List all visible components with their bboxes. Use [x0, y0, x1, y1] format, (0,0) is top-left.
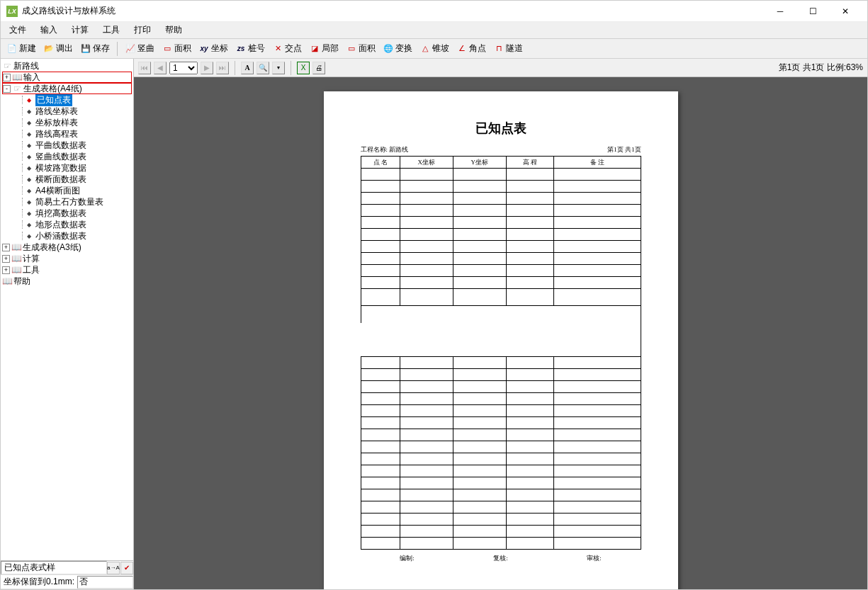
tree-简易土石方数量表[interactable]: ◆简易土石方数量表 [2, 196, 132, 208]
preview-toolbar: ⏮ ◀ 1 ▶ ⏭ A 🔍 ▾ X 🖨 第1页 共1页 比例:63% [134, 59, 867, 77]
menu-工具[interactable]: 工具 [97, 23, 125, 38]
coord-precision-label: 坐标保留到0.1mm: [1, 576, 77, 588]
tb-变换[interactable]: 🌐变换 [380, 41, 415, 56]
minimize-button[interactable]: ─ [764, 1, 796, 22]
prev-page-button[interactable]: ◀ [154, 62, 167, 74]
tree-路线高程表[interactable]: ◆路线高程表 [2, 128, 132, 140]
hand-icon: ☞ [2, 61, 12, 71]
menubar: 文件输入计算工具打印帮助 [1, 22, 867, 39]
last-page-button[interactable]: ⏭ [216, 62, 229, 74]
tree-小桥涵数据表[interactable]: ◆小桥涵数据表 [2, 230, 132, 242]
tree-填挖高数据表[interactable]: ◆填挖高数据表 [2, 208, 132, 219]
tb-桩号[interactable]: zs桩号 [232, 41, 268, 56]
tb-角点[interactable]: ∠角点 [453, 41, 489, 56]
tree-竖曲线数据表[interactable]: ◆竖曲线数据表 [2, 151, 132, 162]
zoom-button[interactable]: 🔍 [257, 62, 269, 74]
preview-viewport[interactable]: 已知点表 工程名称: 新路线 第1页 共1页 点 名X坐标Y坐标高 程备 注 编… [134, 77, 867, 589]
tb-锥坡[interactable]: △锥坡 [417, 41, 452, 56]
tree-新路线[interactable]: ☞新路线 [2, 60, 132, 72]
tb-竖曲[interactable]: 📈竖曲 [122, 41, 157, 56]
tree-平曲线数据表[interactable]: ◆平曲线数据表 [2, 140, 132, 151]
doc-page-info: 第1页 共1页 [607, 145, 641, 154]
dia-icon: ◆ [24, 95, 34, 105]
book-icon: 📖 [11, 265, 21, 275]
window-title: 成义路线设计与放样系统 [22, 5, 764, 17]
menu-打印[interactable]: 打印 [128, 23, 157, 38]
print-button[interactable]: 🖨 [312, 62, 325, 74]
tree-帮助[interactable]: 📖帮助 [2, 276, 132, 287]
tree-计算[interactable]: +📖计算 [2, 253, 132, 264]
dia-icon: ◆ [24, 118, 34, 127]
titlebar: LX 成义路线设计与放样系统 ─ ☐ ✕ [1, 1, 867, 22]
tb-面积[interactable]: ▭面积 [343, 41, 378, 56]
dia-icon: ◆ [24, 140, 34, 150]
hand-icon: ☞ [12, 84, 22, 93]
doc-title: 已知点表 [361, 120, 641, 137]
doc-table: 点 名X坐标Y坐标高 程备 注 [361, 156, 641, 550]
menu-计算[interactable]: 计算 [66, 23, 94, 38]
dia-icon: ◆ [24, 231, 34, 241]
tb-保存[interactable]: 💾保存 [77, 41, 113, 56]
tb-交点[interactable]: ✕交点 [269, 41, 305, 56]
doc-footer-review: 复核: [493, 554, 508, 563]
book-icon: 📖 [2, 276, 12, 286]
dia-icon: ◆ [24, 197, 34, 207]
main-toolbar: 📄新建📂调出💾保存📈竖曲▭面积xy坐标zs桩号✕交点◪局部▭面积🌐变换△锥坡∠角… [1, 39, 867, 59]
main-area: ⏮ ◀ 1 ▶ ⏭ A 🔍 ▾ X 🖨 第1页 共1页 比例:63% 已知点表 [134, 59, 867, 589]
style-label: 已知点表式样 [1, 561, 107, 574]
page-preview: 已知点表 工程名称: 新路线 第1页 共1页 点 名X坐标Y坐标高 程备 注 编… [324, 91, 678, 589]
menu-帮助[interactable]: 帮助 [159, 23, 188, 38]
zoom-drop-button[interactable]: ▾ [272, 62, 285, 74]
tree-路线坐标表[interactable]: ◆路线坐标表 [2, 106, 132, 117]
tree-横坡路宽数据[interactable]: ◆横坡路宽数据 [2, 162, 132, 174]
sidebar: ☞新路线+📖输入-☞生成表格(A4纸)◆已知点表◆路线坐标表◆坐标放样表◆路线高… [1, 59, 134, 589]
close-button[interactable]: ✕ [829, 1, 862, 22]
page-select[interactable]: 1 [169, 62, 198, 74]
coord-precision-input[interactable] [77, 576, 133, 589]
tree-生成表格(A3纸)[interactable]: +📖生成表格(A3纸) [2, 242, 132, 253]
next-page-button[interactable]: ▶ [201, 62, 213, 74]
doc-footer-approve: 审核: [587, 554, 602, 563]
preview-status: 第1页 共1页 比例:63% [779, 62, 863, 74]
tb-新建[interactable]: 📄新建 [4, 41, 39, 56]
doc-project: 工程名称: 新路线 [361, 145, 409, 154]
book-icon: 📖 [11, 242, 21, 252]
dia-icon: ◆ [24, 208, 34, 218]
menu-输入[interactable]: 输入 [35, 23, 63, 38]
dia-icon: ◆ [24, 220, 34, 229]
app-icon: LX [6, 6, 18, 17]
tb-隧道[interactable]: ⊓隧道 [490, 41, 526, 56]
dia-icon: ◆ [24, 186, 34, 195]
dia-icon: ◆ [24, 163, 34, 173]
tree-地形点数据表[interactable]: ◆地形点数据表 [2, 219, 132, 230]
menu-文件[interactable]: 文件 [4, 23, 32, 38]
book-icon: 📖 [11, 254, 21, 263]
style-swap-button[interactable]: a→A [107, 562, 120, 574]
tree-工具[interactable]: +📖工具 [2, 264, 132, 276]
tb-坐标[interactable]: xy坐标 [196, 41, 231, 56]
dia-icon: ◆ [24, 152, 34, 161]
font-button[interactable]: A [241, 62, 254, 74]
tree-生成表格(A4纸)[interactable]: -☞生成表格(A4纸) [2, 83, 132, 94]
tree-A4横断面图[interactable]: ◆A4横断面图 [2, 185, 132, 196]
book-icon: 📖 [12, 72, 22, 82]
first-page-button[interactable]: ⏮ [138, 62, 151, 74]
excel-export-button[interactable]: X [297, 62, 310, 74]
tree-坐标放样表[interactable]: ◆坐标放样表 [2, 117, 132, 128]
tb-面积[interactable]: ▭面积 [159, 41, 194, 56]
maximize-button[interactable]: ☐ [796, 1, 829, 22]
tree-view[interactable]: ☞新路线+📖输入-☞生成表格(A4纸)◆已知点表◆路线坐标表◆坐标放样表◆路线高… [1, 59, 133, 560]
tb-调出[interactable]: 📂调出 [40, 41, 76, 56]
dia-icon: ◆ [24, 106, 34, 116]
tb-局部[interactable]: ◪局部 [306, 41, 342, 56]
dia-icon: ◆ [24, 129, 34, 139]
tree-输入[interactable]: +📖输入 [2, 72, 132, 83]
sidebar-bottom-panel: 已知点表式样 a→A ✔ 坐标保留到0.1mm: [1, 560, 133, 589]
dia-icon: ◆ [24, 174, 34, 184]
tree-横断面数据表[interactable]: ◆横断面数据表 [2, 174, 132, 185]
doc-footer-compile: 编制: [400, 554, 415, 563]
style-confirm-button[interactable]: ✔ [120, 562, 133, 574]
tree-已知点表[interactable]: ◆已知点表 [2, 94, 132, 106]
